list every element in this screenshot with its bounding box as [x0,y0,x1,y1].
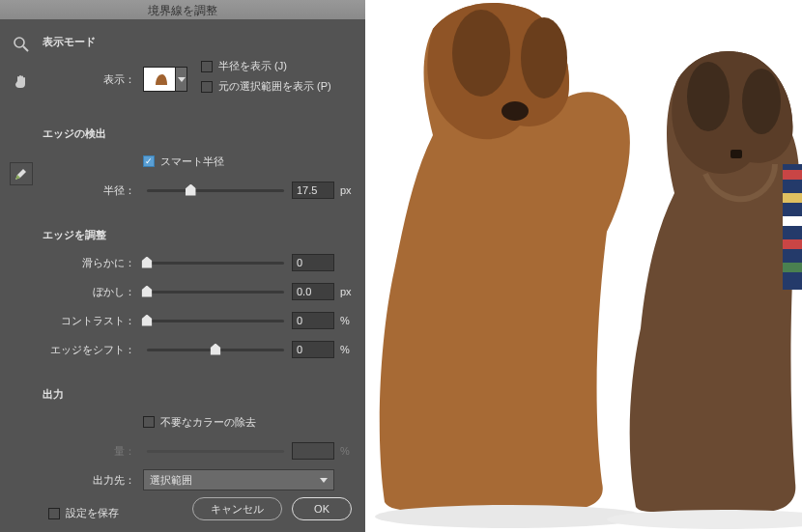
show-original-label: 元の選択範囲を表示 (P) [218,79,331,94]
contrast-slider[interactable] [147,320,284,322]
shift-input[interactable] [292,341,334,358]
heading-output: 出力 [43,376,354,402]
svg-point-7 [687,62,730,131]
radius-slider[interactable] [147,189,284,192]
zoom-icon[interactable] [12,35,31,54]
amount-input [292,442,334,460]
show-radius-checkbox[interactable] [201,61,213,72]
toolbar [0,0,43,532]
amount-label: 量： [43,444,143,459]
output-to-value: 選択範囲 [150,473,192,488]
svg-point-0 [14,38,24,47]
svg-line-1 [23,46,28,51]
section-output: 出力 不要なカラーの除去 量： % 出力先： 選択範囲 [43,376,354,490]
output-to-label: 出力先： [43,473,143,488]
remember-settings-label: 設定を保存 [66,506,119,520]
view-label: 表示： [43,72,143,87]
smooth-input[interactable] [292,254,334,271]
refine-brush-icon[interactable] [10,162,33,185]
dialog-footer: キャンセル OK [192,497,352,520]
contrast-label: コントラスト： [43,314,143,328]
decontaminate-checkbox[interactable] [143,416,155,428]
feather-slider[interactable] [147,291,284,294]
svg-point-8 [742,69,781,134]
view-thumbnail[interactable] [143,67,176,92]
smooth-slider[interactable] [147,262,284,265]
feather-input[interactable] [292,283,334,300]
decontaminate-label: 不要なカラーの除去 [160,415,256,430]
preview-image [365,0,802,532]
section-edge-adjust: エッジを調整 滑らかに： ぼかし： px コントラスト： % エッジをシフト： [43,216,354,360]
radius-unit: px [334,184,354,196]
shift-slider[interactable] [147,349,284,351]
contrast-unit: % [334,315,354,326]
radius-label: 半径： [43,183,143,198]
show-original-checkbox[interactable] [201,81,213,93]
hand-icon[interactable] [12,71,31,91]
svg-point-5 [521,17,567,98]
view-dropdown-icon[interactable] [176,67,187,92]
chevron-down-icon [320,478,328,483]
feather-unit: px [334,286,354,297]
amount-unit: % [334,445,354,457]
svg-rect-15 [783,263,802,272]
smooth-label: 滑らかに： [43,256,143,270]
ok-button[interactable]: OK [292,497,352,520]
contrast-input[interactable] [292,312,334,329]
feather-label: ぼかし： [43,285,143,299]
smart-radius-label: スマート半径 [160,154,224,169]
show-radius-label: 半径を表示 (J) [218,59,287,73]
preview-area [365,0,802,532]
amount-slider [147,450,284,453]
svg-rect-14 [783,239,802,249]
remember-settings-checkbox[interactable] [48,508,60,519]
smart-radius-checkbox[interactable] [143,155,155,167]
svg-point-4 [452,10,510,97]
svg-rect-9 [730,150,742,158]
content: 表示モード 表示： 半径を表示 (J) [43,0,365,532]
refine-edge-panel: 境界線を調整 表示モード 表示： [0,0,365,532]
radius-input[interactable] [292,182,334,199]
svg-rect-11 [783,170,802,180]
heading-edge-detection: エッジの検出 [43,115,354,141]
svg-point-16 [375,505,645,528]
output-to-select[interactable]: 選択範囲 [143,469,334,490]
dialog-title: 境界線を調整 [0,0,365,19]
svg-point-6 [501,101,529,121]
svg-rect-12 [783,193,802,203]
section-edge-detection: エッジの検出 スマート半径 半径： px [43,115,354,201]
heading-edge-adjust: エッジを調整 [43,216,354,242]
shift-unit: % [334,344,354,355]
heading-view-mode: 表示モード [43,23,354,49]
svg-rect-13 [783,216,802,226]
shift-label: エッジをシフト： [43,343,143,357]
cancel-button[interactable]: キャンセル [192,497,282,520]
